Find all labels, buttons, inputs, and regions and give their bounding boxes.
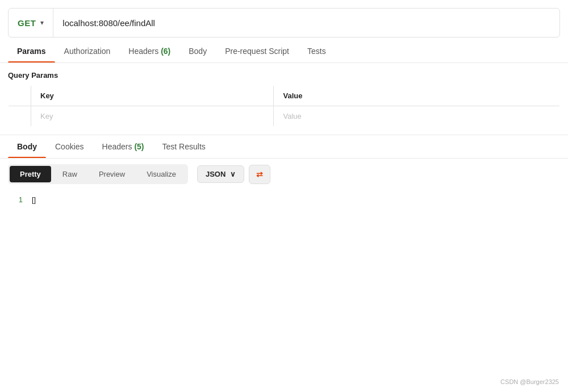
params-table: Key Value Key Value xyxy=(8,85,560,127)
tab-params[interactable]: Params xyxy=(8,40,55,62)
watermark: CSDN @Burger2325 xyxy=(500,378,559,385)
json-type-selector[interactable]: JSON ∨ xyxy=(197,165,244,183)
format-tab-visualize[interactable]: Visualize xyxy=(136,166,186,182)
request-tabs: Params Authorization Headers (6) Body Pr… xyxy=(0,40,568,63)
code-content: [] xyxy=(32,195,36,204)
response-tabs: Body Cookies Headers (5) Test Results xyxy=(0,135,568,159)
params-key-header: Key xyxy=(31,86,274,106)
query-params-title: Query Params xyxy=(8,71,560,80)
query-params-section: Query Params Key Value Key Value xyxy=(0,63,568,127)
json-chevron-icon: ∨ xyxy=(230,170,236,178)
tab-headers[interactable]: Headers (6) xyxy=(119,40,179,62)
json-label: JSON xyxy=(206,170,225,178)
params-value-header: Value xyxy=(274,86,560,106)
tab-pre-request[interactable]: Pre-request Script xyxy=(216,40,298,62)
tab-authorization[interactable]: Authorization xyxy=(55,40,120,62)
format-tab-preview[interactable]: Preview xyxy=(89,166,135,182)
line-number: 1 xyxy=(11,195,23,204)
params-checkbox-header xyxy=(9,86,31,106)
tab-cookies[interactable]: Cookies xyxy=(46,135,93,158)
params-value-input[interactable]: Value xyxy=(274,106,560,127)
tab-test-results[interactable]: Test Results xyxy=(153,135,215,158)
params-row-checkbox[interactable] xyxy=(9,106,31,127)
response-body: 1 [] xyxy=(0,190,568,210)
url-input[interactable] xyxy=(53,18,559,28)
format-tab-raw[interactable]: Raw xyxy=(52,166,87,182)
chevron-down-icon: ▾ xyxy=(40,19,44,27)
method-label: GET xyxy=(18,18,36,28)
tab-body[interactable]: Body xyxy=(179,40,216,62)
tab-tests[interactable]: Tests xyxy=(298,40,335,62)
format-bar: Pretty Raw Preview Visualize JSON ∨ ⇄ xyxy=(0,159,568,190)
format-right: JSON ∨ ⇄ xyxy=(197,165,270,184)
format-tab-pretty[interactable]: Pretty xyxy=(10,166,51,182)
wrap-button[interactable]: ⇄ xyxy=(249,165,270,184)
format-tabs: Pretty Raw Preview Visualize xyxy=(8,164,188,184)
wrap-icon: ⇄ xyxy=(256,170,263,179)
method-selector[interactable]: GET ▾ xyxy=(9,9,53,37)
url-bar: GET ▾ xyxy=(8,8,560,37)
params-key-input[interactable]: Key xyxy=(31,106,274,127)
params-row: Key Value xyxy=(9,106,560,127)
tab-response-body[interactable]: Body xyxy=(8,135,46,158)
tab-response-headers[interactable]: Headers (5) xyxy=(93,135,153,158)
response-section: Body Cookies Headers (5) Test Results Pr… xyxy=(0,135,568,392)
